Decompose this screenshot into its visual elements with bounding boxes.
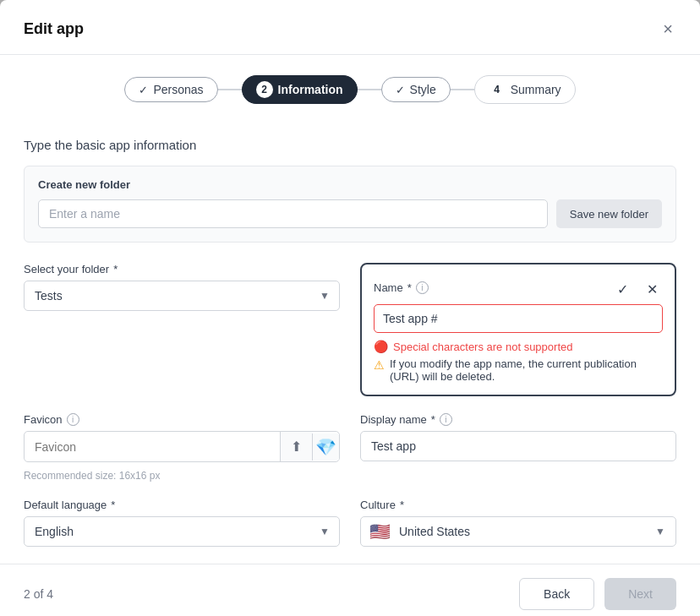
favicon-info-icon[interactable]: i xyxy=(67,413,79,426)
name-required-star: * xyxy=(407,281,412,294)
display-name-label: Display name * i xyxy=(360,413,676,426)
display-name-group: Display name * i xyxy=(360,413,676,482)
step-connector-1 xyxy=(218,89,242,90)
culture-chevron-icon: ▼ xyxy=(655,526,675,537)
default-language-label: Default language * xyxy=(24,499,340,511)
warning-icon: ⚠ xyxy=(374,358,385,372)
favicon-upload-button[interactable]: ⬆ xyxy=(280,432,312,461)
step-style[interactable]: ✓ Style xyxy=(381,77,451,102)
folder-select-group: Select your folder * Tests Folder 1 Fold… xyxy=(24,263,340,396)
step-information-label: Information xyxy=(278,83,343,96)
create-folder-label: Create new folder xyxy=(38,178,662,191)
name-input[interactable] xyxy=(374,304,663,333)
language-select[interactable]: English Spanish French xyxy=(24,516,340,547)
step-personas-label: Personas xyxy=(153,83,203,96)
folder-required-star: * xyxy=(113,263,118,275)
check-icon-style: ✓ xyxy=(396,84,405,96)
folder-select[interactable]: Tests Folder 1 Folder 2 xyxy=(24,281,340,311)
favicon-preview: 💎 xyxy=(312,433,339,461)
folder-select-wrapper: Tests Folder 1 Folder 2 ▼ xyxy=(24,281,340,311)
modal-header: Edit app × xyxy=(0,0,700,55)
close-button[interactable]: × xyxy=(659,17,676,41)
language-required-star: * xyxy=(111,499,115,511)
default-language-group: Default language * English Spanish Frenc… xyxy=(24,499,340,547)
flag-icon: 🇺🇸 xyxy=(361,521,399,542)
modal-footer: 2 of 4 Back Next xyxy=(0,564,700,616)
culture-label: Culture * xyxy=(360,499,676,511)
folder-select-label: Select your folder * xyxy=(24,263,340,275)
folder-name-input[interactable] xyxy=(38,199,548,228)
favicon-input[interactable] xyxy=(25,433,280,461)
name-group: Name * i ✓ ✕ 🔴 Special characters are no… xyxy=(360,263,676,396)
step-summary[interactable]: 4 Summary xyxy=(474,75,576,104)
name-label-row: Name * i ✓ ✕ xyxy=(374,276,663,299)
culture-required-star: * xyxy=(400,499,404,511)
modal-title: Edit app xyxy=(24,20,84,38)
display-name-required-star: * xyxy=(431,413,435,426)
culture-wrapper: 🇺🇸 United States United Kingdom Canada ▼ xyxy=(360,516,676,547)
check-icon-personas: ✓ xyxy=(139,84,148,96)
form-grid: Select your folder * Tests Folder 1 Fold… xyxy=(24,263,676,547)
favicon-rec-size: Recommended size: 16x16 px xyxy=(24,470,340,482)
name-cancel-button[interactable]: ✕ xyxy=(642,280,663,299)
stepper: ✓ Personas 2 Information ✓ Style 4 Summa… xyxy=(0,55,700,121)
modal-body: Type the basic app information Create ne… xyxy=(0,121,700,564)
step-connector-2 xyxy=(358,89,381,90)
section-title: Type the basic app information xyxy=(24,138,676,152)
page-indicator: 2 of 4 xyxy=(24,587,53,601)
step-num-summary: 4 xyxy=(489,81,506,98)
step-num-information: 2 xyxy=(256,81,273,98)
create-folder-box: Create new folder Save new folder xyxy=(24,166,676,243)
footer-buttons: Back Next xyxy=(519,578,676,610)
name-info-icon[interactable]: i xyxy=(416,281,429,294)
name-box: Name * i ✓ ✕ 🔴 Special characters are no… xyxy=(360,263,676,396)
favicon-gem-icon: 💎 xyxy=(315,437,336,457)
name-warning-message: ⚠ If you modify the app name, the curren… xyxy=(374,357,663,383)
name-confirm-button[interactable]: ✓ xyxy=(612,280,633,299)
step-information[interactable]: 2 Information xyxy=(242,75,358,104)
favicon-label: Favicon i xyxy=(24,413,340,426)
language-select-wrapper: English Spanish French ▼ xyxy=(24,516,340,547)
favicon-group: Favicon i ⬆ 💎 Recommended size: 16x16 px xyxy=(24,413,340,482)
display-name-info-icon[interactable]: i xyxy=(440,413,452,426)
name-label: Name * i xyxy=(374,281,429,294)
folder-input-row: Save new folder xyxy=(38,199,662,228)
name-error-message: 🔴 Special characters are not supported xyxy=(374,340,663,353)
save-folder-button[interactable]: Save new folder xyxy=(556,199,662,228)
back-button[interactable]: Back xyxy=(519,578,594,610)
modal: Edit app × ✓ Personas 2 Information ✓ St… xyxy=(0,0,700,616)
culture-group: Culture * 🇺🇸 United States United Kingdo… xyxy=(360,499,676,547)
next-button[interactable]: Next xyxy=(604,578,676,610)
name-actions: ✓ ✕ xyxy=(612,280,663,299)
favicon-input-wrapper: ⬆ 💎 xyxy=(24,431,340,462)
step-connector-3 xyxy=(451,89,474,90)
error-icon: 🔴 xyxy=(374,340,388,353)
culture-select[interactable]: United States United Kingdom Canada xyxy=(399,517,655,546)
display-name-input[interactable] xyxy=(360,431,676,461)
step-personas[interactable]: ✓ Personas xyxy=(124,77,217,102)
step-summary-label: Summary xyxy=(511,83,561,96)
step-style-label: Style xyxy=(410,83,436,96)
